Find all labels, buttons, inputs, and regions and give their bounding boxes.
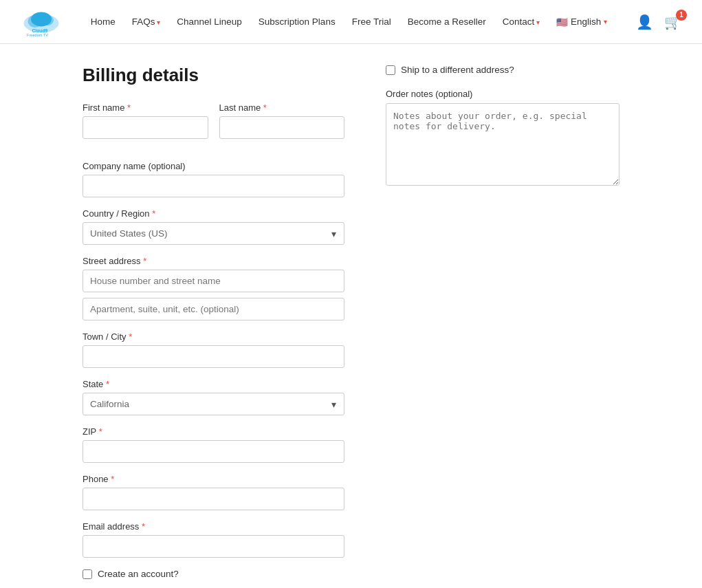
order-notes-textarea[interactable] bbox=[386, 103, 619, 186]
town-city-label: Town / City * bbox=[83, 331, 344, 342]
cart-badge: 1 bbox=[676, 10, 687, 21]
language-label: English bbox=[571, 17, 601, 27]
state-required: * bbox=[106, 379, 109, 389]
create-account-label: Create an account? bbox=[98, 569, 179, 579]
street-address-apt-input[interactable] bbox=[83, 298, 344, 320]
state-label: State * bbox=[83, 379, 344, 389]
email-required: * bbox=[142, 521, 145, 532]
nav-contact[interactable]: Contact bbox=[503, 17, 540, 27]
first-name-label: First name * bbox=[83, 102, 208, 113]
name-row: First name * Last name * bbox=[83, 102, 344, 150]
town-city-input[interactable] bbox=[83, 345, 344, 368]
svg-text:Freedom TV: Freedom TV bbox=[27, 33, 48, 37]
town-required: * bbox=[129, 331, 132, 342]
last-name-group: Last name * bbox=[219, 102, 345, 139]
ship-different-address-row: Ship to a different address? bbox=[386, 65, 619, 75]
company-name-group: Company name (optional) bbox=[83, 161, 344, 197]
email-label: Email address * bbox=[83, 521, 344, 532]
zip-label: ZIP * bbox=[83, 426, 344, 437]
state-select[interactable]: California bbox=[83, 393, 344, 415]
zip-group: ZIP * bbox=[83, 426, 344, 463]
billing-title: Billing details bbox=[83, 65, 344, 86]
main-nav: Home FAQs Channel Lineup Subscription Pl… bbox=[91, 17, 608, 28]
email-group: Email address * bbox=[83, 521, 344, 558]
order-section: Ship to a different address? Order notes… bbox=[386, 65, 619, 579]
nav-free-trial[interactable]: Free Trial bbox=[352, 17, 391, 27]
first-name-input[interactable] bbox=[83, 116, 208, 139]
street-address-group: Street address * bbox=[83, 256, 344, 320]
country-select[interactable]: United States (US) bbox=[83, 222, 344, 245]
phone-label: Phone * bbox=[83, 474, 344, 484]
last-name-required: * bbox=[263, 102, 267, 113]
order-notes-label: Order notes (optional) bbox=[386, 89, 619, 99]
ship-different-label: Ship to a different address? bbox=[401, 65, 514, 75]
state-select-wrapper: California bbox=[83, 393, 344, 415]
user-account-button[interactable]: 👤 bbox=[636, 14, 653, 30]
street-address-label: Street address * bbox=[83, 256, 344, 266]
site-header: Cloud9 Freedom TV Home FAQs Channel Line… bbox=[0, 0, 702, 44]
nav-faqs[interactable]: FAQs bbox=[132, 17, 161, 27]
last-name-label: Last name * bbox=[219, 102, 345, 113]
flag-icon: 🇺🇸 bbox=[556, 17, 568, 28]
order-notes-group: Order notes (optional) bbox=[386, 89, 619, 188]
logo-icon: Cloud9 Freedom TV bbox=[21, 7, 62, 37]
email-input[interactable] bbox=[83, 535, 344, 558]
country-label: Country / Region * bbox=[83, 208, 344, 219]
cart-wrapper: 🛒 1 bbox=[664, 14, 681, 30]
nav-channel-lineup[interactable]: Channel Lineup bbox=[177, 17, 242, 27]
street-required: * bbox=[143, 256, 146, 266]
state-group: State * California bbox=[83, 379, 344, 415]
zip-required: * bbox=[99, 426, 102, 437]
zip-input[interactable] bbox=[83, 440, 344, 463]
svg-point-3 bbox=[31, 12, 52, 26]
svg-text:Cloud9: Cloud9 bbox=[32, 28, 48, 33]
create-account-row: Create an account? bbox=[83, 569, 344, 579]
create-account-checkbox[interactable] bbox=[83, 569, 92, 579]
town-city-group: Town / City * bbox=[83, 331, 344, 368]
header-icons: 👤 🛒 1 bbox=[636, 14, 681, 30]
country-select-wrapper: United States (US) bbox=[83, 222, 344, 245]
company-name-input[interactable] bbox=[83, 175, 344, 197]
phone-group: Phone * bbox=[83, 474, 344, 510]
first-name-required: * bbox=[127, 102, 131, 113]
last-name-input[interactable] bbox=[219, 116, 345, 139]
nav-home[interactable]: Home bbox=[91, 17, 116, 27]
nav-become-reseller[interactable]: Become a Reseller bbox=[408, 17, 486, 27]
first-name-group: First name * bbox=[83, 102, 208, 139]
company-name-label: Company name (optional) bbox=[83, 161, 344, 171]
ship-different-checkbox[interactable] bbox=[386, 65, 395, 75]
phone-input[interactable] bbox=[83, 488, 344, 510]
street-address-input[interactable] bbox=[83, 270, 344, 292]
nav-subscription-plans[interactable]: Subscription Plans bbox=[259, 17, 336, 27]
billing-section: Billing details First name * Last name *… bbox=[83, 65, 344, 579]
country-required: * bbox=[152, 208, 155, 219]
language-selector[interactable]: 🇺🇸 English bbox=[556, 17, 607, 28]
phone-required: * bbox=[111, 474, 114, 484]
logo-area[interactable]: Cloud9 Freedom TV bbox=[21, 7, 62, 37]
main-content: Billing details First name * Last name *… bbox=[0, 44, 702, 588]
user-icon: 👤 bbox=[636, 14, 653, 30]
country-group: Country / Region * United States (US) bbox=[83, 208, 344, 245]
